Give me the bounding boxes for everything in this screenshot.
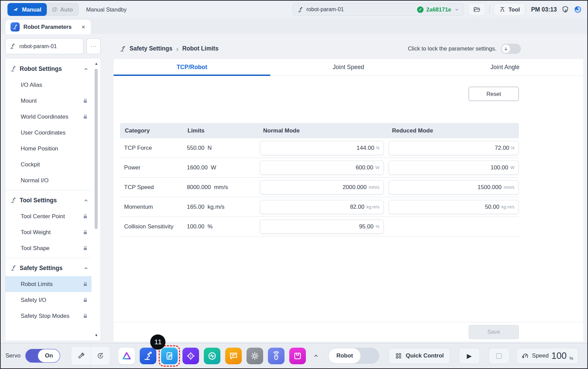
scroll-down-icon[interactable]: ▼ [94,333,99,338]
sidebar-item-user-coordinates[interactable]: User Coordinates [5,125,92,141]
parameter-lock-toggle[interactable] [501,44,521,54]
breadcrumb-separator-icon: › [176,45,178,52]
sidebar-item-mount[interactable]: Mount [5,93,92,109]
sidebar-item-cockpit[interactable]: Cockpit [5,157,92,172]
row-limit: 100.00% [187,223,260,230]
sidebar-item-tool-center-point[interactable]: Tool Center Point [5,208,92,224]
robot-parameters-tab-icon [11,22,20,32]
breadcrumb-parent[interactable]: Safety Settings [130,45,172,52]
table-row-power: Power1600.00W600.00W100.00W [120,158,519,178]
sidebar-item-tool-shape[interactable]: Tool Shape [5,240,92,256]
tcp-retarget-icon[interactable] [91,347,110,365]
parameter-file-name: robot-param-01 [307,6,344,13]
manual-mode-button[interactable]: Manual [7,3,47,16]
limits-tab-bar: TCP/RobotJoint SpeedJoint Angle [114,59,583,76]
table-row-tcp-force: TCP Force550.00N144.00N72.00N [120,138,519,158]
normal-mode-input-tcp-force[interactable]: 144.00N [260,141,384,155]
row-limit: 8000.000mm/s [187,184,260,191]
sidebar-item-normal-i-o[interactable]: Normal I/O [5,172,92,188]
tab-title: Robot Parameters [23,24,72,30]
task-editor-app-icon[interactable] [161,348,178,364]
auto-mode-label: Auto [60,6,73,13]
parameter-name-input[interactable] [19,43,79,50]
close-tab-icon[interactable]: × [81,24,86,30]
stop-button[interactable] [489,348,510,364]
commit-hash: 2a68171e [426,6,451,13]
row-category: Power [124,164,187,171]
sidebar-item-world-coordinates[interactable]: World Coordinates [5,109,92,125]
lock-icon [82,98,88,104]
robot-icon [119,45,126,52]
tool-button-label: Tool [509,6,520,13]
reduced-mode-input-tcp-speed[interactable]: 1500.000mm/s [389,180,519,194]
robot-setup-group [71,346,110,365]
lock-icon [82,114,88,120]
normal-mode-input-power[interactable]: 600.00W [260,161,384,175]
log-app-icon[interactable] [225,348,242,364]
sidebar-section-tool-settings[interactable]: Tool Settings [5,192,92,208]
robot-icon [9,43,16,49]
row-limit: 1600.00W [187,164,260,171]
store-app-icon[interactable] [289,348,306,364]
wrench-icon[interactable] [71,347,91,365]
home-app-icon[interactable] [118,348,135,364]
sidebar-item-i-o-alias[interactable]: I/O Alias [5,77,92,93]
open-file-button[interactable] [468,3,486,16]
sidebar-item-robot-limits[interactable]: Robot Limits [5,276,92,292]
normal-mode-input-momentum[interactable]: 82.00kg.m/s [260,200,384,214]
row-category: Momentum [124,204,187,210]
reset-button[interactable]: Reset [469,87,519,101]
active-parameter-selector[interactable]: robot-param-01 ✓ 2a68171e [293,3,464,16]
sidebar-item-safety-i-o[interactable]: Safety I/O [5,292,92,308]
column-header-limits: Limits [187,127,260,134]
settings-app-icon[interactable] [247,348,263,364]
quick-control-label: Quick Control [406,352,444,359]
user-shield-icon[interactable] [561,5,569,14]
tab-tcp-robot[interactable]: TCP/Robot [114,59,270,76]
jog-app-icon[interactable] [182,348,199,364]
reduced-mode-input-momentum[interactable]: 50.00kg.m/s [389,200,519,214]
normal-mode-input-tcp-speed[interactable]: 2000.000mm/s [260,180,384,194]
robot-icon [10,265,17,271]
tab-joint-angle[interactable]: Joint Angle [427,59,583,76]
servo-toggle[interactable]: On [25,348,61,363]
sidebar-item-safety-stop-modes[interactable]: Safety Stop Modes [5,308,92,324]
lock-icon [82,245,88,251]
monitoring-app-icon[interactable] [204,348,220,364]
normal-mode-input-collision-sensitivity[interactable]: 95.00% [260,220,384,234]
play-button[interactable]: ▶ [459,348,480,364]
sidebar-item-tool-weight[interactable]: Tool Weight [5,224,92,240]
servo-label: Servo [5,352,20,359]
dock-expand-chevron-icon[interactable] [311,352,321,360]
stop-icon [496,353,502,359]
parameter-name-field[interactable] [5,38,83,54]
auto-mode-button[interactable]: @ Auto [46,3,78,16]
sidebar-section-robot-settings[interactable]: Robot Settings [5,61,92,77]
sidebar-section-safety-settings[interactable]: Safety Settings [5,260,92,276]
tab-joint-speed[interactable]: Joint Speed [270,59,427,76]
save-row: Save [114,322,583,342]
divider [5,258,92,258]
check-circle-icon: ✓ [417,6,424,13]
reduced-mode-input-tcp-force[interactable]: 72.00N [389,141,519,155]
tab-robot-parameters[interactable]: Robot Parameters × [5,20,91,34]
scroll-up-icon[interactable]: ▲ [94,61,99,66]
main-area: Safety Settings › Robot Limits Click to … [114,38,583,342]
more-options-button[interactable]: ··· [86,38,101,54]
scrollbar-thumb[interactable] [95,69,98,229]
recovery-swirl-icon[interactable] [574,5,582,14]
sidebar-item-home-position[interactable]: Home Position [5,141,92,157]
save-button[interactable]: Save [469,325,519,339]
sidebar: ··· Robot SettingsI/O AliasMountWorld Co… [5,38,101,341]
divider [489,5,490,14]
reduced-mode-input-power[interactable]: 100.00W [389,161,519,175]
remote-control-app-icon[interactable] [268,348,285,364]
robot-parameters-app-icon[interactable] [140,348,156,364]
quick-control-button[interactable]: Quick Control [389,348,450,364]
robot-simulation-toggle[interactable]: Robot [328,348,379,364]
table-row-collision-sensitivity: Collision Sensitivity100.00%95.00% [120,217,519,237]
limits-table: Category Limits Normal Mode Reduced Mode… [120,123,519,237]
tool-button[interactable]: Tool [493,3,526,16]
column-header-normal-mode: Normal Mode [260,127,389,134]
speed-control[interactable]: Speed 100 % [516,348,578,364]
